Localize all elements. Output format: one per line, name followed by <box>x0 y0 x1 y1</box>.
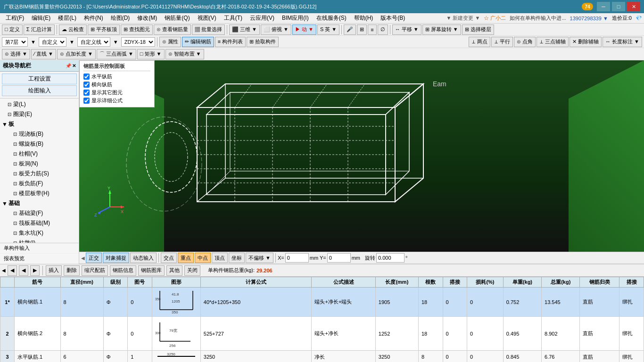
length-mark-button[interactable]: ↔ 长度标注 ▼ <box>603 37 642 47</box>
close-button[interactable]: ✕ <box>627 2 640 11</box>
ortho-button[interactable]: 正交 <box>86 253 102 263</box>
code-select[interactable]: ZDYX-18 <box>121 37 155 47</box>
menu-item-zaixianfuwu[interactable]: 在线服务(S) <box>313 13 350 23</box>
minimize-button[interactable]: ─ <box>597 2 610 11</box>
parallel-button[interactable]: ⊥ 平行 <box>491 37 513 47</box>
horizontal-checkbox[interactable] <box>83 74 90 80</box>
two-point-button[interactable]: ⊥ 两点 <box>469 37 490 47</box>
dynamic-button[interactable]: ▶ 动 ▼ <box>292 25 316 35</box>
table-collapse-icon[interactable]: ◀ <box>2 268 6 273</box>
rebar-check-show-other[interactable]: 显示其它图元 <box>83 89 150 96</box>
coord-button[interactable]: 坐标 <box>229 253 245 263</box>
sidebar-item-luoxuanban[interactable]: ⊡ 螺旋板(B) <box>0 139 79 149</box>
3d-viewport[interactable]: 钢筋显示控制面板 水平纵筋 横向纵筋 显示其它图元 显示详细公式 <box>79 60 644 252</box>
no-offset-button[interactable]: 不偏移 ▼ <box>246 253 273 263</box>
menu-item-xiugai[interactable]: 修改(M) <box>133 13 161 23</box>
find-element-button[interactable]: ⊞ 查找图元 <box>121 25 153 35</box>
calc-button[interactable]: Σ 汇总计算 <box>24 25 55 35</box>
sidebar-item-zhuma[interactable]: ⊡ 柱帽(V) <box>0 149 79 159</box>
lang-button[interactable]: S 英 ▼ <box>317 25 339 35</box>
component-list-button[interactable]: ≡ 构件列表 <box>215 37 246 47</box>
sidebar-group-jichu[interactable]: ▼ 基础 <box>0 198 79 208</box>
arc-button[interactable]: ⌒ 三点画弧 ▼ <box>97 49 136 59</box>
sidebar-item-quanliang[interactable]: ⊡ 圈梁(E) <box>0 109 79 119</box>
screen-rotate-button[interactable]: ⊞ 屏幕旋转 ▼ <box>422 25 461 35</box>
rebar-info-button[interactable]: 钢筋信息 <box>110 265 136 276</box>
menu-item-goujian[interactable]: 构件(N) <box>80 13 107 23</box>
rebar-check-horizontal[interactable]: 水平纵筋 <box>83 73 150 80</box>
sidebar-footer-baobiao[interactable]: 报表预览 <box>0 254 79 264</box>
flush-top-button[interactable]: ⊞ 平齐板顶 <box>88 25 120 35</box>
close-table-button[interactable]: 关闭 <box>184 265 200 276</box>
delete-axis-button[interactable]: ✕ 删除辅轴 <box>570 37 602 47</box>
3d-button[interactable]: ⬛ 三维 ▼ <box>229 25 260 35</box>
menu-item-gongcheng[interactable]: 工程(F) <box>2 13 28 23</box>
transverse-checkbox[interactable] <box>83 82 90 88</box>
menu-item-yunyingyong[interactable]: 云应用(V) <box>246 13 278 23</box>
pan-button[interactable]: ↔ 平移 ▼ <box>392 25 421 35</box>
edit-rebar-button[interactable]: ✏ 编辑钢筋 <box>182 37 214 47</box>
menu-item-bangzhu[interactable]: 帮助(H) <box>350 13 377 23</box>
sidebar-item-jichuling[interactable]: ⊡ 基础梁(F) <box>0 208 79 218</box>
sidebar-item-liang[interactable]: ⊡ 梁(L) <box>0 99 79 109</box>
circle-button[interactable]: ∅ <box>378 25 388 35</box>
sidebar-pin-icon[interactable]: 📌 <box>66 63 71 68</box>
x-input[interactable] <box>285 253 309 263</box>
table-row[interactable]: 2 横向钢筋.2 8 Φ 0 79宽 256 300 <box>0 317 644 351</box>
phone-btn[interactable]: 13907298339 ▼ <box>570 16 608 21</box>
sidebar-item-huiturupu[interactable]: 绘图输入 <box>2 85 77 96</box>
new-change-btn[interactable]: ▼ 新建变更 ▼ <box>446 15 480 22</box>
gd2-btn[interactable]: ☆ 广小二 <box>484 15 506 22</box>
sidebar-group-ban[interactable]: ▼ 板 <box>0 119 79 129</box>
menu-item-bimyingyong[interactable]: BIM应用(I) <box>278 13 313 23</box>
sidebar-item-fabanjichu[interactable]: ⊡ 筏板基础(M) <box>0 218 79 228</box>
menu-item-banbenhao[interactable]: 版本号(B) <box>377 13 409 23</box>
midpoint-button[interactable]: 中点 <box>195 253 211 263</box>
pick-component-button[interactable]: ⊞ 拾取构件 <box>247 37 279 47</box>
three-point-axis-button[interactable]: ⊥ 三点辅轴 <box>537 37 569 47</box>
show-formula-checkbox[interactable] <box>83 98 90 104</box>
select-floor-button[interactable]: ⊞ 选择楼层 <box>462 25 494 35</box>
list-button[interactable]: ≡ <box>368 25 376 35</box>
sidebar-item-loucengbandai[interactable]: ⊡ 楼层板带(H) <box>0 189 79 198</box>
sidebar-item-bandong[interactable]: ⊡ 板洞(N) <box>0 159 79 169</box>
topview-button[interactable]: ⬜ 俯视 ▼ <box>261 25 291 35</box>
line-button[interactable]: ∕ 直线 ▼ <box>31 49 56 59</box>
sidebar-item-xianjiaobAN[interactable]: ⊡ 现浇板(B) <box>0 129 79 139</box>
sidebar-footer-danjian[interactable]: 单构件输入 <box>0 243 79 254</box>
rebar-check-transverse[interactable]: 横向纵筋 <box>83 81 150 88</box>
define-button[interactable]: □ 定义 <box>2 25 23 35</box>
line-type-select[interactable]: 自定义线 <box>77 37 110 47</box>
vertex-button[interactable]: 顶点 <box>212 253 228 263</box>
scale-rebar-button[interactable]: 缩尺配筋 <box>82 265 108 276</box>
table-row[interactable]: 1* 横向钢筋.1 8 Φ 0 41.8 1205 350 <box>0 288 644 317</box>
nav-next-button[interactable]: ▶ <box>30 265 40 276</box>
snap-button[interactable]: 对象捕捉 <box>103 253 129 263</box>
rotate-input[interactable] <box>376 253 405 263</box>
property-button[interactable]: ⊙ 属性 <box>159 37 181 47</box>
rebar-lib-button[interactable]: 钢筋图库 <box>138 265 165 276</box>
other-button[interactable]: 其他 <box>166 265 182 276</box>
insert-button[interactable]: 插入 <box>46 265 62 276</box>
intersection-button[interactable]: 交点 <box>161 253 177 263</box>
menu-item-shitu[interactable]: 视图(V) <box>194 13 220 23</box>
prev-button[interactable]: ◀ <box>8 265 17 276</box>
menu-item-bianji[interactable]: 编辑(E) <box>28 13 54 23</box>
smart-layout-button[interactable]: ⊙ 智能布置 ▼ <box>165 49 204 59</box>
cloud-check-button[interactable]: ☁ 云检查 <box>59 25 87 35</box>
batch-select-button[interactable]: ▦ 批量选择 <box>192 25 225 35</box>
sidebar-item-jishuikeng[interactable]: ⊡ 集水坑(K) <box>0 228 79 238</box>
custom-select[interactable]: 自定义 <box>39 37 66 47</box>
select-button[interactable]: ⊙ 选择 ▼ <box>2 49 30 59</box>
maximize-button[interactable]: □ <box>612 2 625 11</box>
nav-prev-button[interactable]: ◀ <box>19 265 28 276</box>
menu-item-gongju[interactable]: 工具(T) <box>220 13 246 23</box>
point-angle-button[interactable]: ⊙ 点角 <box>514 37 536 47</box>
delete-button[interactable]: 删除 <box>64 265 80 276</box>
view-rebar-button[interactable]: ⊙ 查看钢筋量 <box>154 25 191 35</box>
grid-button[interactable]: ⊞ <box>357 25 367 35</box>
sidebar-close-icon[interactable]: ✕ <box>72 63 76 68</box>
mic-button[interactable]: 🎤 <box>344 25 356 35</box>
menu-item-huitu[interactable]: 绘图(D) <box>107 13 134 23</box>
floor-select[interactable]: 第7层 <box>2 37 28 47</box>
